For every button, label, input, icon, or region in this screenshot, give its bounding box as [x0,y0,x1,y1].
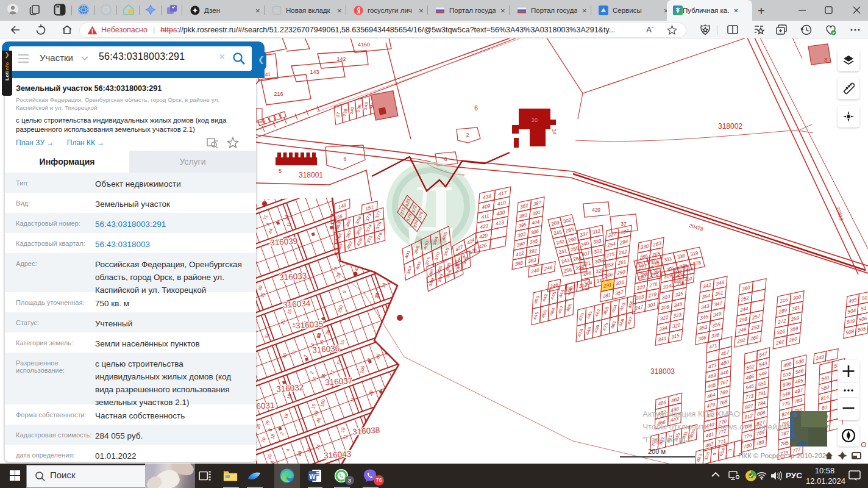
svg-text:429: 429 [592,207,600,213]
svg-text:316043: 316043 [324,449,352,460]
svg-text:318001: 318001 [299,171,323,179]
svg-text:316037: 316037 [325,376,353,387]
svg-text:318003: 318003 [650,367,675,376]
svg-text:6: 6 [474,105,478,112]
svg-text:316034: 316034 [283,298,311,309]
svg-text:5: 5 [279,168,282,174]
svg-text:W: W [309,473,316,480]
svg-text:316033: 316033 [279,271,307,282]
svg-text:143: 143 [310,69,319,75]
svg-text:216: 216 [274,91,283,97]
svg-text:318002: 318002 [718,122,742,131]
svg-text:6: 6 [444,156,447,162]
svg-text:316036: 316036 [312,343,340,354]
svg-text:316032: 316032 [276,382,304,393]
svg-text:2: 2 [466,132,469,138]
svg-text:4160: 4160 [358,41,370,48]
svg-text:316038: 316038 [352,425,380,436]
svg-text:37: 37 [621,221,627,227]
svg-text:316039: 316039 [270,236,298,247]
svg-text:7: 7 [370,104,373,110]
svg-text:20: 20 [532,117,538,123]
svg-text:142: 142 [336,56,346,62]
svg-text:3: 3 [824,57,827,63]
svg-text:316035: 316035 [296,319,324,330]
svg-text:8: 8 [343,156,346,162]
